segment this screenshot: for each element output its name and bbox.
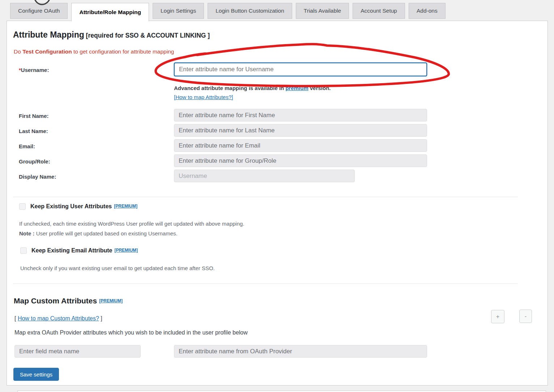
tab-account-setup[interactable]: Account Setup: [353, 3, 405, 19]
config-note-bold: Test Configuration: [22, 48, 72, 55]
keep-existing-user-attributes-checkbox[interactable]: [19, 203, 26, 210]
keep-user-attrs-help-text: If unchecked, each time existing WordPre…: [19, 221, 244, 227]
keep-user-attrs-text: Keep Existing User Attributes: [30, 203, 112, 209]
keep-existing-email-attribute-checkbox[interactable]: [20, 247, 27, 254]
first-name-label: First Name:: [19, 113, 49, 119]
email-label: Email:: [19, 143, 35, 149]
page-title-text: Attribute Mapping: [13, 30, 84, 39]
how-to-map-attributes-link[interactable]: [How to map Attributes?]: [174, 94, 233, 100]
note-text: User profile will get updated based on e…: [35, 230, 178, 237]
keep-email-attr-help-text: Uncheck only if you want existing user e…: [20, 265, 215, 271]
remove-custom-attribute-button[interactable]: -: [519, 310, 532, 323]
section-divider-2: [13, 284, 518, 284]
map-custom-attributes-premium-link[interactable]: [PREMIUM]: [99, 298, 123, 303]
section-divider: [13, 197, 518, 197]
how-to-map-attributes-row: [How to map Attributes?]: [174, 94, 233, 100]
map-custom-attributes-title: Map Custom Attributes[PREMIUM]: [14, 297, 123, 305]
next-section-card-edge: [17, 391, 546, 392]
keep-email-attr-text: Keep Existing Email Attribute: [31, 247, 112, 253]
page-title-suffix: [required for SSO & ACCOUNT LINKING ]: [84, 32, 210, 39]
custom-attributes-description: Map extra OAuth Provider attributes whic…: [14, 329, 248, 336]
add-custom-attribute-button[interactable]: +: [491, 310, 504, 323]
keep-user-attrs-premium-link[interactable]: [PREMIUM]: [114, 204, 137, 209]
tab-trials-available[interactable]: Trials Available: [296, 3, 349, 19]
username-label: *Username:: [19, 67, 49, 73]
tab-attribute-role-mapping[interactable]: Attribute/Role Mapping: [71, 3, 149, 21]
tab-login-settings[interactable]: Login Settings: [153, 3, 204, 19]
group-role-attribute-input[interactable]: [174, 154, 427, 167]
keep-existing-email-attribute-label: Keep Existing Email Attribute[PREMIUM]: [31, 247, 138, 254]
map-custom-attributes-text: Map Custom Attributes: [14, 297, 97, 305]
premium-note-suffix: version.: [308, 85, 331, 91]
keep-user-attrs-note: Note : User profile will get updated bas…: [19, 230, 178, 237]
premium-note: Advanced attribute mapping is available …: [174, 85, 331, 91]
bracket-open: [: [14, 315, 18, 321]
display-name-attribute-input[interactable]: [174, 170, 355, 182]
save-settings-button[interactable]: Save settings: [13, 368, 59, 381]
email-attribute-input[interactable]: [174, 139, 427, 152]
keep-existing-user-attributes-label: Keep Existing User Attributes[PREMIUM]: [30, 203, 137, 210]
config-note-suffix: to get configuration for attribute mappi…: [72, 48, 174, 55]
config-note-prefix: Do: [14, 48, 22, 55]
page-title: Attribute Mapping [required for SSO & AC…: [13, 30, 210, 40]
last-name-attribute-input[interactable]: [174, 124, 427, 137]
premium-link[interactable]: premium: [285, 85, 308, 91]
how-to-map-custom-attributes-row: [ How to map Custom Attributes? ]: [14, 315, 102, 322]
tab-login-button-customization[interactable]: Login Button Customization: [208, 3, 292, 19]
last-name-label: Last Name:: [19, 128, 48, 134]
oauth-attribute-name-input[interactable]: [174, 345, 427, 358]
keep-email-attr-premium-link[interactable]: [PREMIUM]: [114, 248, 138, 253]
premium-note-prefix: Advanced attribute mapping is available …: [174, 85, 285, 91]
first-name-attribute-input[interactable]: [174, 109, 427, 122]
how-to-map-custom-attributes-link[interactable]: How to map Custom Attributes?: [18, 315, 99, 321]
attribute-role-mapping-page: Configure OAuth Attribute/Role Mapping L…: [0, 0, 554, 392]
username-attribute-input[interactable]: [174, 63, 427, 76]
tab-configure-oauth[interactable]: Configure OAuth: [10, 3, 68, 19]
field-meta-name-input[interactable]: [14, 345, 141, 358]
note-label: Note :: [19, 230, 35, 237]
username-label-text: Username:: [21, 67, 49, 73]
settings-tab-bar: Configure OAuth Attribute/Role Mapping L…: [10, 3, 446, 21]
group-role-label: Group/Role:: [19, 158, 50, 165]
test-configuration-note: Do Test Configuration to get configurati…: [14, 48, 174, 55]
display-name-label: Display Name:: [19, 174, 56, 180]
tab-add-ons[interactable]: Add-ons: [409, 3, 446, 19]
bracket-close: ]: [99, 315, 102, 321]
